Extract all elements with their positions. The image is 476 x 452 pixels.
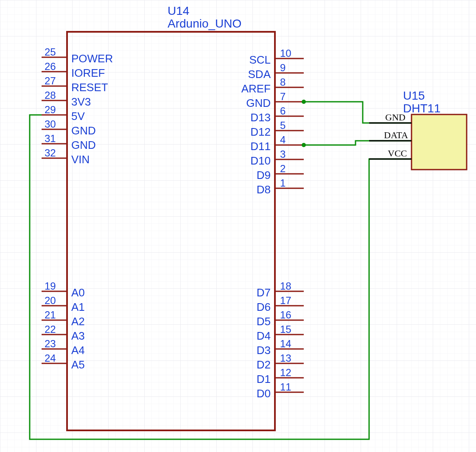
pin-name: IOREF [71, 67, 105, 79]
sensor-ref: U15 [403, 89, 425, 102]
pin-num: 8 [280, 76, 286, 88]
pin-num: 6 [280, 105, 286, 117]
arduino-ref: U14 [168, 4, 189, 17]
svg-rect-33 [412, 114, 467, 170]
pin-name: D7 [257, 286, 271, 299]
pin-name: D3 [257, 344, 271, 357]
pin-name: 3V3 [71, 95, 91, 108]
pin-name: A2 [71, 315, 85, 328]
pin-num: 2 [280, 163, 286, 174]
pin-num: 24 [45, 352, 56, 364]
pin-num: 15 [280, 324, 291, 335]
pin-name: 5V [71, 110, 85, 123]
pin-num: 21 [45, 309, 56, 321]
pin-num: 30 [45, 118, 56, 130]
pin-num: 25 [45, 46, 56, 58]
pin-num: 10 [280, 47, 291, 59]
pin-name: D2 [257, 358, 271, 371]
pin-num: 26 [45, 61, 56, 72]
pin-num: 31 [45, 133, 56, 144]
pin-name: D8 [257, 183, 271, 196]
pin-num: 3 [280, 148, 286, 160]
sensor-value: DHT11 [403, 102, 441, 115]
pin-name: RESET [71, 81, 108, 94]
pin-name: SDA [248, 68, 271, 81]
pin-num: 7 [280, 91, 286, 102]
pin-name: A3 [71, 329, 85, 342]
pin-num: 22 [45, 324, 56, 335]
pin-num: 28 [45, 89, 56, 101]
junction-gnd [302, 100, 306, 104]
pin-num: 9 [280, 62, 286, 73]
pin-num: 20 [45, 295, 56, 306]
pin-num: 27 [45, 75, 56, 86]
pin-num: 1 [280, 177, 286, 189]
pin-name: A0 [71, 286, 85, 299]
pin-name: A1 [71, 301, 85, 313]
pin-name: A4 [71, 344, 85, 357]
pin-name: D6 [257, 301, 271, 313]
pin-num: 4 [280, 134, 286, 145]
pin-num: 14 [280, 338, 291, 349]
pin-name: D10 [250, 154, 271, 167]
schematic-canvas: U14 Ardunio_UNO 25POWER26IOREF27RESET283… [0, 0, 476, 452]
pin-name: D12 [250, 126, 271, 138]
pin-num: 29 [45, 104, 56, 115]
sensor-pin-data: DATA [384, 130, 408, 140]
pin-num: 13 [280, 352, 291, 364]
pin-name: D9 [257, 169, 271, 181]
pin-name: D0 [257, 387, 271, 400]
pin-name: D5 [257, 315, 271, 328]
pin-name: GND [71, 124, 96, 137]
pin-num: 17 [280, 295, 291, 306]
pin-name: VIN [71, 153, 90, 166]
pin-name: D4 [257, 329, 271, 342]
pin-name: SCL [249, 53, 271, 66]
pin-name: POWER [71, 52, 113, 65]
pin-name: AREF [241, 82, 271, 95]
pin-num: 23 [45, 338, 56, 349]
pin-num: 5 [280, 120, 286, 131]
sensor-pin-vcc: VCC [388, 148, 407, 159]
pin-name: GND [71, 139, 96, 151]
sensor-pin-gnd: GND [385, 112, 406, 123]
pin-num: 19 [45, 280, 56, 292]
arduino-value: Ardunio_UNO [168, 17, 241, 30]
pin-num: 18 [280, 280, 291, 292]
pin-num: 11 [280, 381, 291, 393]
pin-name: D11 [250, 140, 271, 153]
pin-num: 12 [280, 367, 291, 378]
pin-name: GND [246, 97, 271, 109]
pin-name: D13 [250, 111, 271, 124]
pin-num: 32 [45, 147, 56, 159]
pin-name: D1 [257, 373, 271, 385]
pin-name: A5 [71, 358, 85, 371]
pin-num: 16 [280, 309, 291, 321]
junction-d11 [302, 143, 306, 147]
